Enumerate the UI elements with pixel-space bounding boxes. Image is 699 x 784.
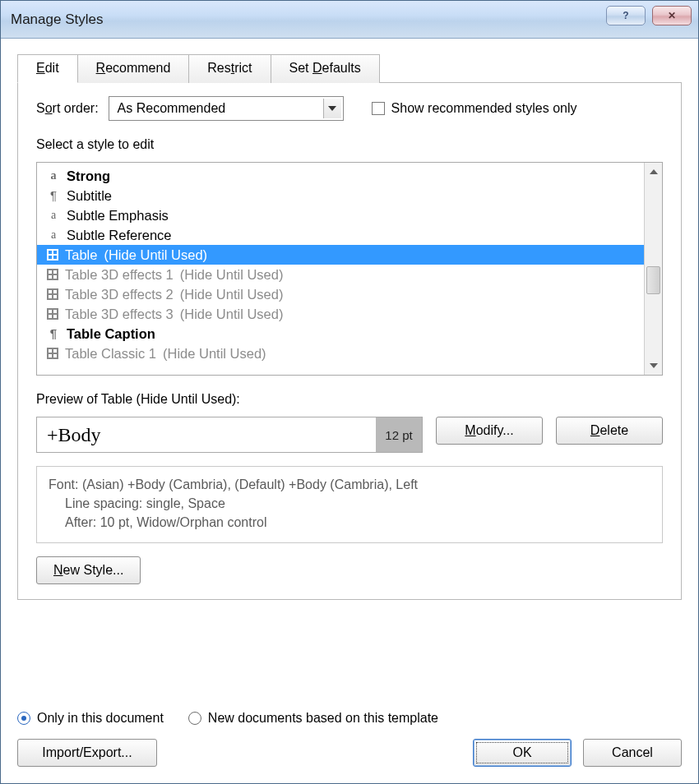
desc-line-2: Line spacing: single, Space (49, 494, 650, 513)
paragraph-style-icon (47, 189, 60, 202)
chevron-down-icon (323, 99, 341, 118)
tab-restrict[interactable]: Restrict (188, 54, 271, 83)
sort-order-value: As Recommended (118, 101, 226, 116)
tabstrip: Edit Recommend Restrict Set Defaults (17, 53, 682, 83)
only-this-document-radio[interactable]: Only in this document (17, 711, 164, 726)
style-name: Table Classic 1 (65, 344, 156, 363)
show-recommended-only-label: Show recommended styles only (391, 101, 577, 116)
scrollbar[interactable] (644, 163, 662, 375)
style-description: Font: (Asian) +Body (Cambria), (Default)… (36, 466, 663, 543)
help-icon: ? (623, 10, 628, 21)
tab-set-defaults[interactable]: Set Defaults (271, 54, 380, 83)
style-item[interactable]: aStrong (37, 166, 644, 186)
style-name: Table 3D effects 3 (65, 304, 174, 324)
table-style-icon (47, 308, 58, 320)
titlebar: Manage Styles ? ✕ (1, 1, 698, 39)
table-style-icon (47, 269, 58, 280)
style-name: Subtitle (67, 186, 112, 205)
style-name: Subtle Reference (67, 225, 172, 245)
new-style-button[interactable]: New Style... (36, 556, 141, 584)
manage-styles-dialog: Manage Styles ? ✕ Edit Recommend Restric… (0, 0, 699, 784)
style-item[interactable]: Subtitle (37, 186, 644, 205)
style-item[interactable]: Table Caption (37, 324, 644, 344)
scroll-thumb[interactable] (646, 266, 660, 294)
sort-order-label: Sort order: (36, 101, 99, 116)
character-style-icon: a (47, 209, 60, 222)
style-item[interactable]: Table 3D effects 3 (Hide Until Used) (37, 304, 644, 324)
style-item[interactable]: Table 3D effects 1 (Hide Until Used) (37, 265, 644, 284)
preview-label: Preview of Table (Hide Until Used): (36, 392, 663, 407)
style-name: Table 3D effects 1 (65, 265, 174, 284)
character-style-icon: a (47, 228, 60, 242)
table-style-icon (47, 348, 58, 359)
style-note: (Hide Until Used) (180, 284, 284, 304)
character-style-icon: a (47, 169, 60, 182)
window-title: Manage Styles (11, 12, 103, 28)
radio-icon (17, 712, 30, 725)
new-documents-template-label: New documents based on this template (208, 711, 438, 726)
tab-page-edit: Sort order: As Recommended Show recommen… (17, 83, 682, 600)
only-this-document-label: Only in this document (37, 711, 164, 726)
import-export-button[interactable]: Import/Export... (17, 739, 157, 767)
style-item[interactable]: aSubtle Emphasis (37, 205, 644, 225)
modify-button[interactable]: Modify... (436, 417, 543, 445)
style-list[interactable]: aStrongSubtitleaSubtle EmphasisaSubtle R… (36, 162, 663, 376)
preview-font-size: 12 pt (376, 417, 422, 452)
tab-edit[interactable]: Edit (17, 54, 78, 83)
paragraph-style-icon (47, 327, 60, 340)
new-documents-template-radio[interactable]: New documents based on this template (188, 711, 438, 726)
select-style-label: Select a style to edit (36, 137, 663, 152)
tab-recommend[interactable]: Recommend (77, 54, 190, 83)
style-item[interactable]: Table Classic 1 (Hide Until Used) (37, 344, 644, 363)
table-style-icon (47, 249, 58, 261)
show-recommended-only-checkbox[interactable]: Show recommended styles only (372, 101, 577, 116)
style-name: Table 3D effects 2 (65, 284, 174, 304)
close-button[interactable]: ✕ (652, 6, 692, 25)
style-item[interactable]: Table 3D effects 2 (Hide Until Used) (37, 284, 644, 304)
style-name: Table Caption (67, 324, 155, 344)
ok-button[interactable]: OK (473, 739, 572, 767)
scroll-down-button[interactable] (645, 357, 662, 375)
desc-line-1: Font: (Asian) +Body (Cambria), (Default)… (49, 475, 650, 494)
style-name: Table (65, 245, 97, 265)
desc-line-3: After: 10 pt, Widow/Orphan control (49, 513, 650, 532)
style-note: (Hide Until Used) (163, 344, 266, 363)
style-note: (Hide Until Used) (180, 265, 284, 284)
style-item[interactable]: aSubtle Reference (37, 225, 644, 245)
help-button[interactable]: ? (606, 6, 646, 25)
style-name: Strong (67, 166, 110, 186)
style-item[interactable]: Table (Hide Until Used) (37, 245, 644, 265)
style-note: (Hide Until Used) (104, 245, 207, 265)
preview-box: +Body 12 pt (36, 417, 423, 453)
cancel-button[interactable]: Cancel (583, 739, 682, 767)
sort-order-select[interactable]: As Recommended (109, 96, 344, 121)
radio-icon (188, 712, 201, 725)
table-style-icon (47, 288, 58, 300)
delete-button[interactable]: Delete (556, 417, 663, 445)
preview-font-name: +Body (37, 424, 376, 446)
style-note: (Hide Until Used) (180, 304, 284, 324)
close-icon: ✕ (668, 10, 676, 21)
checkbox-icon (372, 102, 385, 115)
style-name: Subtle Emphasis (67, 205, 169, 225)
scroll-up-button[interactable] (645, 163, 662, 181)
